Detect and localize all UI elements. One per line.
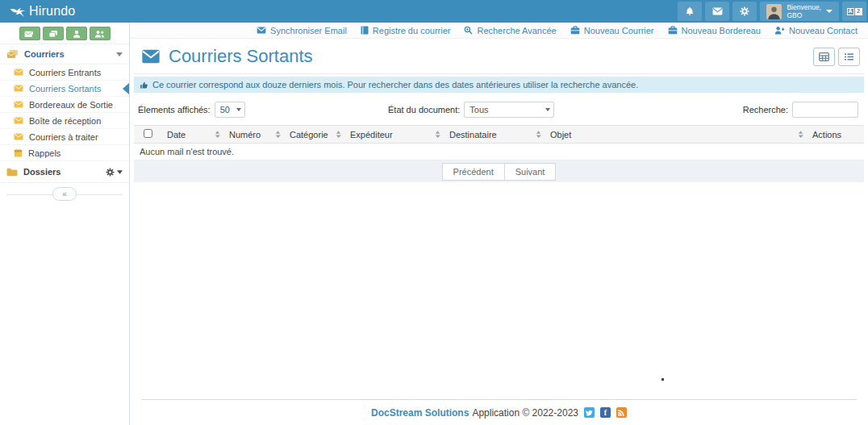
sort-icon <box>536 131 541 138</box>
user-menu[interactable]: Bienvenue, GBO <box>760 2 839 21</box>
envelope-icon <box>14 69 23 76</box>
empty-message: Aucun mail n'est trouvé. <box>134 144 864 160</box>
column-header-expediteur[interactable]: Expéditeur <box>345 126 444 144</box>
application-window: Hirundo <box>0 0 868 425</box>
top-action-bar: Synchroniser Email Registre du courrier <box>130 23 868 39</box>
users-icon <box>94 30 105 38</box>
rss-link[interactable] <box>616 407 627 418</box>
rss-icon <box>617 409 625 417</box>
text-size-toggle-button[interactable]: A 2 <box>842 2 866 21</box>
column-header-categorie[interactable]: Catégorie <box>285 126 345 144</box>
a2-icon: A 2 <box>847 8 862 15</box>
sidebar-item-courriers-sortants[interactable]: Courriers Sortants <box>0 81 129 97</box>
footer-brand-link[interactable]: DocStream Solutions <box>371 407 469 419</box>
dossiers-settings-button[interactable] <box>106 168 123 177</box>
book-icon <box>361 26 369 35</box>
table-icon <box>819 52 829 61</box>
search-plus-icon <box>464 26 473 35</box>
briefcase-icon <box>668 26 678 35</box>
new-slip-link[interactable]: Nouveau Bordereau <box>668 26 761 35</box>
stacked-mail-icon <box>6 49 19 59</box>
list-icon <box>844 52 854 61</box>
next-page-button[interactable]: Suivant <box>504 163 557 181</box>
footer: DocStream Solutions Application © 2022-2… <box>141 399 857 425</box>
sort-icon <box>435 131 440 138</box>
sidebar-menu-dossiers[interactable]: Dossiers <box>0 161 129 183</box>
info-banner-text: Ce courrier correspond aux douze dernier… <box>152 80 638 90</box>
calendar-icon <box>14 148 23 157</box>
page-length-select[interactable]: 50 <box>215 102 245 118</box>
sidebar-item-courriers-entrants[interactable]: Courriers Entrants <box>0 65 129 81</box>
sidebar-item-label: Bordereaux de Sortie <box>29 100 113 110</box>
sidebar-quick-buttons <box>0 23 129 44</box>
new-contact-link[interactable]: Nouveau Contact <box>774 26 858 35</box>
mail-forward-icon <box>24 30 35 38</box>
column-header-actions: Actions <box>807 126 864 144</box>
sync-email-link[interactable]: Synchroniser Email <box>257 26 347 35</box>
folders-icon <box>48 30 58 38</box>
sidebar-item-boite-de-reception[interactable]: Boîte de réception <box>0 113 129 129</box>
twitter-link[interactable] <box>584 407 595 418</box>
page-title: Courriers Sortants <box>141 46 313 67</box>
sidebar-collapse-button[interactable]: « <box>52 187 77 201</box>
sidebar-item-label: Courriers Sortants <box>29 84 101 94</box>
user-plus-icon <box>774 26 785 35</box>
quick-groups-button[interactable] <box>90 27 111 40</box>
envelope-icon <box>14 85 23 92</box>
sidebar-item-rappels[interactable]: Rappels <box>0 145 129 161</box>
column-header-destinataire[interactable]: Destinataire <box>444 126 545 144</box>
envelope-icon <box>712 7 723 15</box>
quick-mail-forward-button[interactable] <box>19 27 40 40</box>
envelope-icon <box>14 117 23 124</box>
column-header-numero[interactable]: Numéro <box>224 126 285 144</box>
quick-contact-button[interactable] <box>66 27 87 40</box>
mail-register-link[interactable]: Registre du courrier <box>361 26 451 35</box>
facebook-link[interactable]: f <box>600 407 611 418</box>
advanced-search-link[interactable]: Recherche Avancée <box>464 26 556 35</box>
document-state-select[interactable]: Tous <box>464 102 554 118</box>
table-header-row: Date Numéro Catégorie <box>134 126 864 144</box>
sidebar-item-courriers-a-traiter[interactable]: Courriers à traiter <box>0 129 129 145</box>
new-mail-link[interactable]: Nouveau Courrier <box>570 26 654 35</box>
info-banner: Ce courrier correspond aux douze dernier… <box>134 77 864 93</box>
sort-icon <box>215 131 220 138</box>
table-controls: Élements affichés: 50 État du document: … <box>134 93 864 125</box>
sort-icon <box>798 131 803 138</box>
table-view-button[interactable] <box>813 48 835 66</box>
view-toggle-group <box>813 48 860 66</box>
quick-folders-button[interactable] <box>43 27 64 40</box>
column-header-objet[interactable]: Objet <box>545 126 807 144</box>
column-header-date[interactable]: Date <box>162 126 224 144</box>
brand-logo[interactable]: Hirundo <box>0 0 83 23</box>
envelope-icon <box>257 27 266 34</box>
briefcase-icon <box>570 26 580 35</box>
settings-button[interactable] <box>732 2 757 21</box>
double-chevron-left-icon: « <box>62 190 67 198</box>
messages-button[interactable] <box>705 2 729 21</box>
avatar <box>766 4 782 19</box>
footer-text: Application © 2022-2023 <box>472 407 578 419</box>
notifications-button[interactable] <box>678 2 702 21</box>
select-all-header <box>134 126 162 144</box>
select-all-checkbox[interactable] <box>144 129 152 138</box>
sort-icon <box>275 131 281 138</box>
empty-row: Aucun mail n'est trouvé. <box>134 144 864 160</box>
gear-icon <box>106 168 115 177</box>
sidebar-menu-courriers[interactable]: Courriers <box>0 44 129 65</box>
mail-table: Date Numéro Catégorie <box>134 125 864 160</box>
previous-page-button[interactable]: Précédent <box>442 163 505 181</box>
twitter-icon <box>585 409 593 417</box>
chevron-down-icon <box>826 10 833 13</box>
content-whitespace <box>130 182 868 399</box>
envelope-icon <box>14 133 23 140</box>
search-input[interactable] <box>792 102 858 118</box>
header-actions: Bienvenue, GBO A 2 <box>676 0 868 23</box>
document-state-label: État du document: <box>388 105 460 115</box>
sidebar-item-label: Courriers Entrants <box>29 68 101 77</box>
list-view-button[interactable] <box>838 48 860 66</box>
sidebar-item-bordereaux-de-sortie[interactable]: Bordereaux de Sortie <box>0 97 129 113</box>
sidebar-item-label: Rappels <box>28 148 61 158</box>
envelope-icon <box>14 101 23 108</box>
sidebar-item-label: Boîte de réception <box>29 116 101 126</box>
dossiers-label: Dossiers <box>23 167 61 177</box>
